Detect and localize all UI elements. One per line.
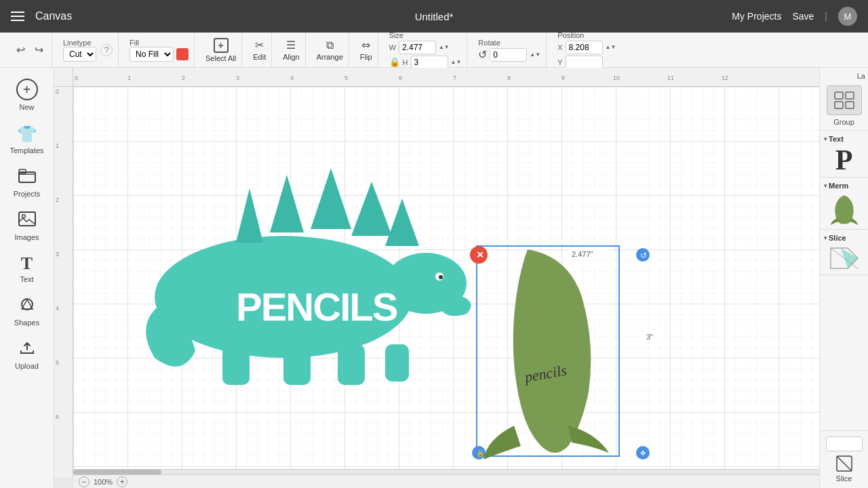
slice-bottom-button[interactable]: Slice <box>835 454 854 483</box>
text-chevron[interactable]: ▾ <box>824 136 827 142</box>
align-label[interactable]: Align <box>283 53 299 61</box>
svg-text:6: 6 <box>56 413 59 420</box>
mermaid-section: ▾ Merm <box>820 178 868 230</box>
svg-rect-58 <box>835 102 843 108</box>
arrange-label[interactable]: Arrange <box>317 53 343 61</box>
position-y-input[interactable] <box>566 56 603 69</box>
horizontal-scrollbar[interactable] <box>73 469 819 474</box>
flip-label[interactable]: Flip <box>360 53 372 61</box>
sidebar-item-projects[interactable]: Projects <box>3 163 52 203</box>
hamburger-menu[interactable] <box>11 12 24 21</box>
canvas-grid[interactable]: PENCILS pencils <box>73 87 819 477</box>
horizontal-ruler: 0 1 2 3 4 5 6 7 8 9 10 11 12 <box>73 68 819 87</box>
redo-button[interactable]: ↪ <box>32 41 46 59</box>
svg-text:5: 5 <box>344 75 348 81</box>
app-title: Canvas <box>35 10 72 22</box>
linetype-select[interactable]: Cut <box>63 47 96 62</box>
doc-title[interactable]: Untitled* <box>415 11 454 22</box>
panel-bottom-input[interactable] <box>826 436 863 451</box>
text-section-label: Text <box>829 135 844 143</box>
size-h-input[interactable] <box>411 56 448 69</box>
arrange-icon: ⧉ <box>326 39 334 52</box>
position-x-spinners[interactable]: ▲▼ <box>606 44 616 50</box>
position-y-label: Y <box>557 58 562 66</box>
rotate-icon[interactable]: ↺ <box>478 48 487 61</box>
main-layout: + New 👕 Templates Projects <box>0 68 868 488</box>
svg-text:2: 2 <box>56 197 59 203</box>
size-w-spinners[interactable]: ▲▼ <box>439 44 450 50</box>
align-group: ☰ Align <box>277 33 305 67</box>
panel-bottom-area: Slice <box>820 430 868 488</box>
svg-rect-2 <box>19 212 35 226</box>
mermaid-chevron[interactable]: ▾ <box>824 182 827 189</box>
zoom-level: 100% <box>94 478 113 486</box>
my-projects-link[interactable]: My Projects <box>732 11 781 22</box>
save-button[interactable]: Save <box>792 11 814 22</box>
flip-icon: ⇔ <box>361 39 370 52</box>
slice-section-label: Slice <box>829 234 846 242</box>
size-w-label: W <box>389 43 396 52</box>
left-sidebar: + New 👕 Templates Projects <box>0 68 54 488</box>
svg-text:8: 8 <box>507 75 511 81</box>
fill-color-swatch[interactable] <box>176 48 189 60</box>
svg-text:1: 1 <box>127 75 131 81</box>
sidebar-item-upload[interactable]: Upload <box>3 335 52 375</box>
mermaid-preview <box>824 192 864 226</box>
ruler-corner <box>54 68 73 87</box>
zoom-out-button[interactable]: − <box>79 476 90 487</box>
svg-text:10: 10 <box>613 75 620 81</box>
size-h-spinners[interactable]: ▲▼ <box>451 59 462 65</box>
rotate-spinners[interactable]: ▲▼ <box>530 52 540 58</box>
svg-text:PENCILS: PENCILS <box>236 285 397 329</box>
new-icon: + <box>16 79 38 100</box>
sidebar-item-templates[interactable]: 👕 Templates <box>3 119 52 160</box>
linetype-help-button[interactable]: ? <box>100 44 113 56</box>
position-x-input[interactable] <box>566 41 603 54</box>
slice-preview-svg <box>827 245 861 272</box>
right-panel: La Group ▾ Text P ▾ <box>819 68 868 488</box>
fill-label: Fill <box>130 39 139 47</box>
sidebar-item-new[interactable]: + New <box>3 73 52 117</box>
sidebar-item-images[interactable]: Images <box>3 206 52 247</box>
svg-rect-30 <box>222 344 250 385</box>
slice-bottom-label: Slice <box>836 474 852 483</box>
size-w-input[interactable] <box>399 41 436 54</box>
upload-icon <box>18 340 36 359</box>
svg-text:5: 5 <box>56 359 59 366</box>
canvas-area[interactable]: 0 1 2 3 4 5 6 7 8 9 10 11 12 0 1 2 3 <box>54 68 819 488</box>
undo-redo-group: ↩ ↪ <box>8 33 52 67</box>
svg-text:2: 2 <box>182 75 185 81</box>
group-icon-box[interactable] <box>827 85 862 115</box>
select-all-label[interactable]: Select All <box>205 54 236 62</box>
svg-text:3: 3 <box>56 251 59 258</box>
svg-text:12: 12 <box>722 75 728 81</box>
mermaid-preview-svg <box>827 192 861 226</box>
scrollbar-thumb[interactable] <box>73 470 161 474</box>
slice-icon <box>835 454 854 473</box>
size-lock-icon[interactable]: 🔒 <box>389 57 400 67</box>
svg-rect-59 <box>846 102 854 108</box>
shapes-label: Shapes <box>14 319 39 327</box>
text-icon: T <box>21 255 33 272</box>
sidebar-item-shapes[interactable]: Shapes <box>3 291 52 332</box>
slice-chevron[interactable]: ▾ <box>824 235 827 241</box>
group-icon <box>833 91 855 110</box>
rotate-input[interactable] <box>490 48 527 62</box>
fill-select[interactable]: No Fill <box>130 47 174 62</box>
edit-group: ✂ Edit <box>248 33 272 67</box>
group-label: Group <box>833 118 854 126</box>
svg-text:4: 4 <box>56 305 59 312</box>
undo-button[interactable]: ↩ <box>14 41 28 59</box>
linetype-label: Linetype <box>63 39 92 47</box>
svg-text:1: 1 <box>56 142 59 149</box>
user-avatar[interactable]: M <box>838 7 857 26</box>
size-h-label: H <box>403 58 408 66</box>
templates-icon: 👕 <box>17 125 37 144</box>
sidebar-item-text[interactable]: T Text <box>3 249 52 289</box>
svg-rect-32 <box>338 344 365 385</box>
svg-text:4: 4 <box>290 75 294 81</box>
zoom-in-button[interactable]: + <box>117 476 127 487</box>
templates-label: Templates <box>9 146 43 155</box>
edit-label[interactable]: Edit <box>253 53 266 61</box>
svg-text:0: 0 <box>75 75 78 81</box>
